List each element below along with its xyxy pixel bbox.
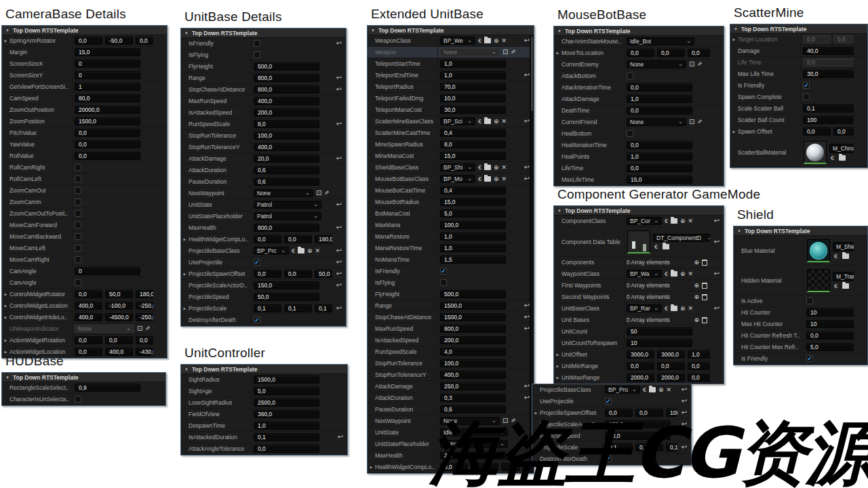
value-input[interactable]: 0,0	[254, 445, 319, 453]
clear-asset-icon[interactable]: ✕	[315, 248, 321, 254]
expand-arrow-icon[interactable]: ▶	[532, 445, 540, 449]
clear-asset-icon[interactable]: ✕	[502, 119, 507, 125]
reset-to-default-icon[interactable]: ↩	[336, 224, 342, 231]
browse-to-asset-icon[interactable]	[484, 176, 491, 182]
pick-actor-icon[interactable]: ⊡	[316, 190, 321, 197]
use-selected-asset-icon[interactable]: €	[292, 248, 295, 254]
value-input[interactable]: 500,0	[440, 290, 506, 298]
value-input[interactable]: 0,9	[75, 384, 140, 392]
value-input[interactable]: 8,0	[254, 120, 319, 128]
value-input[interactable]: 80,0	[75, 94, 140, 102]
dropdown[interactable]: None⌄	[627, 60, 686, 68]
value-input[interactable]: 1500,0	[440, 313, 506, 321]
reset-to-default-icon[interactable]: ↩	[682, 444, 687, 451]
pick-actor-icon[interactable]: ⊡	[689, 119, 694, 125]
clear-asset-icon[interactable]: ✕	[502, 176, 507, 182]
value-input[interactable]: 20,0	[254, 155, 319, 163]
use-selected-asset-icon[interactable]: €	[478, 38, 481, 44]
value-input[interactable]: 0,0	[833, 35, 854, 43]
value-input[interactable]: -4500,0	[105, 313, 133, 321]
eyedropper-icon[interactable]: ✎	[145, 326, 151, 332]
checkbox[interactable]	[806, 298, 813, 304]
value-input[interactable]: 0,6	[440, 405, 506, 413]
value-input[interactable]: 0,1	[605, 443, 633, 451]
dropdown[interactable]: Idle⌄	[440, 428, 508, 436]
value-input[interactable]: 5,0	[440, 209, 506, 218]
reset-to-default-icon[interactable]: ↩	[336, 247, 342, 254]
value-input[interactable]: 800,0	[254, 74, 319, 82]
value-input[interactable]: 1500,0	[254, 375, 319, 384]
add-element-icon[interactable]: ⊕	[680, 271, 686, 277]
value-input[interactable]: 0,0	[75, 152, 140, 160]
add-element-icon[interactable]: ⊕	[694, 260, 699, 266]
value-input[interactable]: 2000,0	[657, 373, 685, 382]
expand-arrow-icon[interactable]: ▶	[554, 51, 561, 55]
checkbox[interactable]: ✓	[803, 82, 810, 89]
reset-to-default-icon[interactable]: ↩	[336, 282, 342, 289]
expand-arrow-icon[interactable]: ▶	[532, 411, 540, 415]
category-header[interactable]: ▼Top Down RTSTemplate	[2, 373, 165, 382]
reset-to-default-icon[interactable]: ↩	[524, 72, 530, 79]
value-input[interactable]: 0,0	[75, 290, 102, 298]
value-input[interactable]: 0	[75, 267, 140, 275]
use-selected-asset-icon[interactable]: €	[478, 119, 481, 125]
checkbox[interactable]	[440, 279, 447, 286]
value-input[interactable]: 0,0	[627, 164, 692, 172]
checkbox[interactable]: ✓	[806, 355, 813, 362]
value-input[interactable]: 0,6	[254, 166, 319, 174]
value-input[interactable]: 0,0	[627, 106, 692, 115]
value-input[interactable]: 100,0	[440, 359, 506, 367]
value-input[interactable]: 10	[806, 320, 854, 328]
eyedropper-icon[interactable]: ✎	[511, 49, 516, 56]
reset-to-default-icon[interactable]: ↩	[524, 325, 530, 332]
value-input[interactable]: 0,0	[136, 336, 153, 344]
value-input[interactable]: 0,0	[806, 331, 854, 340]
add-element-icon[interactable]: ⊕	[694, 294, 699, 300]
value-input[interactable]: 0	[75, 71, 140, 79]
value-input[interactable]: 100,0	[666, 409, 677, 417]
value-input[interactable]: 50,0	[254, 293, 319, 301]
reset-to-default-icon[interactable]: ↩	[336, 270, 342, 277]
checkbox[interactable]	[75, 233, 81, 240]
use-selected-asset-icon[interactable]: €	[831, 155, 834, 161]
add-element-icon[interactable]: ⊕	[307, 248, 313, 254]
dropdown[interactable]: BP_Mo⌄	[440, 175, 475, 183]
pick-actor-icon[interactable]: ⊡	[689, 61, 694, 68]
expand-arrow-icon[interactable]: ▶	[368, 465, 375, 469]
value-input[interactable]: 1500,0	[75, 117, 140, 125]
checkbox[interactable]	[254, 52, 260, 58]
eyedropper-icon[interactable]: ✎	[511, 418, 516, 424]
value-input[interactable]: 15,0	[75, 48, 140, 56]
value-input[interactable]: 1500,0	[440, 302, 506, 310]
dropdown[interactable]: BP_Shi⌄	[440, 163, 475, 171]
value-input[interactable]: 0,0	[627, 83, 692, 92]
reset-to-default-icon[interactable]: ↩	[524, 314, 530, 321]
checkbox[interactable]	[75, 164, 81, 171]
dropdown[interactable]: BP_Pro⌄	[605, 386, 640, 394]
asset-thumbnail[interactable]	[627, 230, 650, 253]
value-input[interactable]: 360,0	[254, 410, 319, 418]
dropdown[interactable]: BP_We⌄	[440, 37, 475, 45]
value-input[interactable]: 0,0	[440, 463, 468, 471]
reset-to-default-icon[interactable]: ↩	[524, 164, 530, 171]
value-input[interactable]: 0,0	[833, 127, 854, 136]
value-input[interactable]: 10	[627, 339, 692, 347]
reset-to-default-icon[interactable]: ↩	[336, 259, 342, 266]
value-input[interactable]: 0,0	[136, 37, 153, 45]
checkbox[interactable]	[803, 94, 810, 100]
checkbox[interactable]	[75, 210, 81, 217]
value-input[interactable]: 200,0	[254, 108, 319, 117]
expand-arrow-icon[interactable]: ▶	[730, 37, 738, 41]
clear-asset-icon[interactable]: ✕	[688, 218, 694, 224]
checkbox[interactable]: ✓	[254, 259, 260, 266]
expand-arrow-icon[interactable]: ▶	[181, 272, 189, 276]
checkbox[interactable]	[75, 396, 81, 403]
dropdown[interactable]: Patrol⌄	[254, 212, 321, 220]
reset-to-default-icon[interactable]: ↩	[524, 452, 530, 459]
value-input[interactable]: 4,0	[440, 348, 506, 356]
dropdown[interactable]: None⌄	[440, 417, 500, 425]
reset-to-default-icon[interactable]: ↩	[682, 398, 687, 405]
value-input[interactable]: 0,1	[315, 304, 332, 312]
reset-to-default-icon[interactable]: ↩	[714, 239, 719, 245]
value-input[interactable]: 0,4	[440, 186, 506, 195]
